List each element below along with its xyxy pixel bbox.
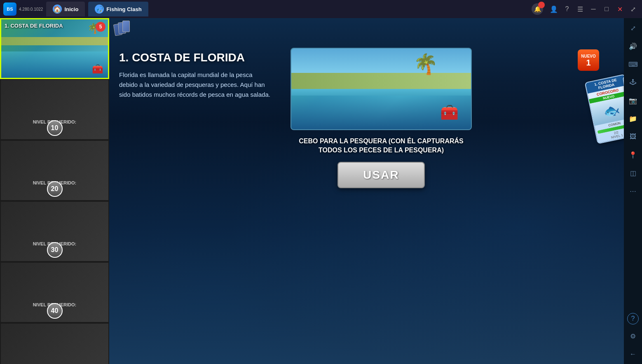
app-logo: BS (3, 2, 16, 16)
app-layout: 🌴 🧰 1. COSTA DE FLORIDA 5 NIVEL REQUERID… (0, 18, 642, 364)
location-name-1: 1. COSTA DE FLORIDA (5, 23, 63, 29)
notification-count (538, 2, 545, 8)
user-icon-btn[interactable]: 👤 (548, 3, 560, 15)
bluestacks-sidebar: ⤢ 🔊 ⌨ 🕹 📷 📁 🖼 📍 ◫ ⋯ ? ⚙ ← (624, 18, 642, 364)
notification-badge-1: 5 (96, 22, 105, 32)
cards-icon (114, 21, 131, 39)
bs-expand-icon[interactable]: ⤢ (626, 21, 640, 35)
bs-settings-icon[interactable]: ⚙ (626, 329, 640, 343)
menu-btn[interactable]: ☰ (574, 3, 586, 15)
info-panel: 1. COSTA DE FLORIDA Florida es llamada l… (109, 41, 282, 364)
level-badge-2: 10 (47, 120, 63, 136)
location-item-6[interactable]: NIVEL REQUERIDO: 50 (0, 323, 109, 364)
bs-sound-icon[interactable]: 🔊 (626, 40, 640, 53)
window-controls: 🔔 👤 ? ☰ ─ □ ✕ ⤢ (532, 3, 639, 15)
minimize-btn[interactable]: ─ (588, 3, 599, 15)
bs-more-icon[interactable]: ⋯ (626, 184, 640, 198)
location-list: 🌴 🧰 1. COSTA DE FLORIDA 5 NIVEL REQUERID… (0, 18, 109, 364)
bs-location-icon[interactable]: 📍 (626, 148, 640, 161)
tab-inicio-icon: 🏠 (53, 5, 62, 14)
app-version: 4.280.0.1022 (19, 7, 43, 12)
location-preview-image: 🌴 🧰 (291, 48, 472, 130)
level-badge-4: 30 (47, 242, 63, 258)
nuevo-badge[interactable]: NUEVO 1 (578, 49, 599, 71)
location-item-3[interactable]: NIVEL REQUERIDO: 20 (0, 140, 109, 201)
tab-inicio[interactable]: 🏠 Inicio (46, 2, 85, 16)
nuevo-number: 1 (586, 58, 590, 67)
tab-fishing-icon: 🎣 (95, 5, 104, 14)
bs-back-icon[interactable]: ← (626, 348, 640, 361)
close-btn[interactable]: ✕ (614, 3, 626, 15)
thumb-6 (1, 324, 108, 364)
preview-beach (291, 73, 471, 89)
fish-card-1[interactable]: 1. COSTA DE FLORIDA COROCORO NUEVO 🐟 COM… (584, 74, 624, 144)
tab-fishing-clash[interactable]: 🎣 Fishing Clash (88, 2, 148, 16)
preview-palm: 🌴 (413, 53, 438, 76)
preview-chest: 🧰 (440, 104, 459, 121)
tab-fishing-label: Fishing Clash (106, 6, 141, 12)
maximize-btn[interactable]: □ (601, 3, 612, 15)
level-badge-3: 20 (47, 181, 63, 197)
thumb-beach (1, 37, 108, 45)
nuevo-label: NUEVO (581, 54, 596, 58)
usar-button[interactable]: USAR (337, 162, 424, 188)
location-item-costa-florida[interactable]: 🌴 🧰 1. COSTA DE FLORIDA 5 (0, 18, 109, 79)
bluestacks-logo: BS 4.280.0.1022 (3, 2, 43, 16)
main-content: 9/598 2 0/6 👑 0% 328 + (109, 18, 624, 364)
location-description: Florida es llamada la capital mundial de… (119, 70, 272, 100)
bs-screenshot-icon[interactable]: 📷 (626, 94, 640, 107)
location-main-title: 1. COSTA DE FLORIDA (119, 51, 272, 64)
nuevo-badge-container: NUEVO 1 (578, 49, 599, 71)
help-btn[interactable]: ? (561, 3, 573, 15)
bs-help-icon[interactable]: ? (627, 313, 639, 324)
location-item-5[interactable]: NIVEL REQUERIDO: 40 (0, 262, 109, 323)
location-item-2[interactable]: NIVEL REQUERIDO: 10 (0, 79, 109, 140)
bs-folder-icon[interactable]: 📁 (626, 112, 640, 125)
bs-keyboard-icon[interactable]: ⌨ (626, 58, 640, 71)
bs-media-icon[interactable]: 🖼 (626, 130, 640, 143)
bs-controls-icon[interactable]: 🕹 (626, 76, 640, 89)
bs-device-icon[interactable]: ◫ (626, 166, 640, 180)
content-area: 1. COSTA DE FLORIDA Florida es llamada l… (109, 41, 624, 364)
tab-inicio-label: Inicio (64, 6, 78, 12)
location-item-4[interactable]: NIVEL REQUERIDO: 30 (0, 201, 109, 262)
level-badge-5: 40 (47, 303, 63, 319)
titlebar: BS 4.280.0.1022 🏠 Inicio 🎣 Fishing Clash… (0, 0, 642, 18)
expand-btn[interactable]: ⤢ (627, 3, 639, 15)
bait-info-text: CEBO PARA LA PESQUERA (CON ÉL CAPTURARÁS… (291, 137, 472, 155)
preview-area: 🌴 🧰 CEBO PARA LA PESQUERA (CON ÉL CAPTUR… (282, 41, 480, 364)
card-3 (122, 21, 130, 32)
thumb-chest: 🧰 (92, 64, 103, 75)
card-2-header: 1. COSTA DE FLORI... (623, 72, 624, 88)
